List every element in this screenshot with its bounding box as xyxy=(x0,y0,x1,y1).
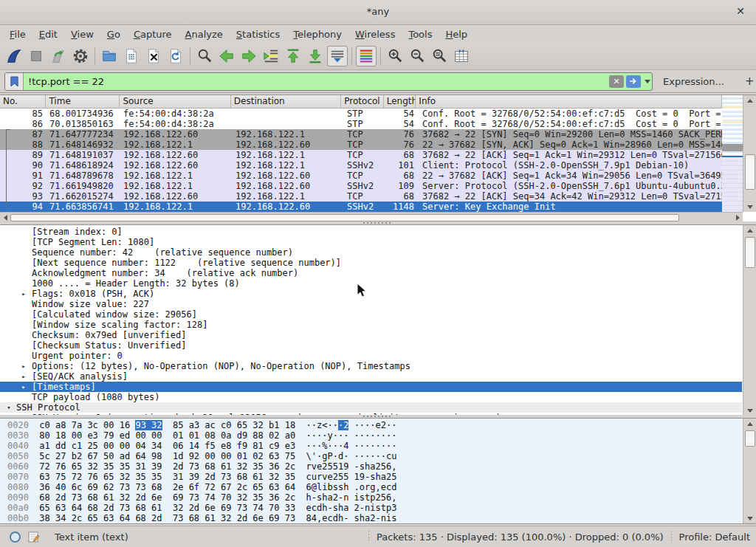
capture-stop-button[interactable] xyxy=(26,46,47,66)
go-last-packet-button[interactable] xyxy=(305,46,326,66)
zoom-reset-button[interactable] xyxy=(429,46,450,66)
packet-list-vscrollbar[interactable] xyxy=(743,95,756,212)
menu-file[interactable]: File xyxy=(3,27,32,42)
filter-clear-button[interactable]: ✕ xyxy=(609,75,624,88)
hex-row-0050[interactable]: 0050 5c 27 b2 67 50 ad 64 98 1d 92 00 00… xyxy=(0,451,756,461)
colorize-button[interactable] xyxy=(356,46,377,66)
expand-toggle-icon[interactable]: ▸ xyxy=(19,289,28,299)
zoom-out-button[interactable] xyxy=(407,46,427,66)
hex-row-0070[interactable]: 0070 63 75 72 76 65 32 35 35 31 39 2d 73… xyxy=(0,472,756,482)
expand-toggle-icon[interactable]: ▸ xyxy=(19,361,28,371)
scrollbar-thumb[interactable] xyxy=(745,237,755,268)
find-packet-button[interactable] xyxy=(194,46,215,66)
packet-row-92[interactable]: 9271.661949820192.168.122.1192.168.122.6… xyxy=(0,181,722,191)
zoom-in-button[interactable] xyxy=(385,46,405,66)
scroll-up-button[interactable] xyxy=(743,95,756,106)
hex-row-0090[interactable]: 0090 68 2d 73 68 61 32 2d 6e 69 73 74 70… xyxy=(0,492,756,503)
menu-analyze[interactable]: Analyze xyxy=(179,27,230,42)
packet-list-hscrollbar[interactable] xyxy=(0,212,743,222)
column-header-destination[interactable]: Destination xyxy=(231,95,341,108)
detail-line-1[interactable]: [TCP Segment Len: 1080] xyxy=(0,237,742,247)
detail-line-6[interactable]: ▸Flags: 0x018 (PSH, ACK) xyxy=(0,289,742,299)
detail-line-12[interactable]: Urgent pointer: 0 xyxy=(0,351,742,361)
detail-line-13[interactable]: ▸Options: (12 bytes), No-Operation (NOP)… xyxy=(0,361,742,371)
packet-row-86[interactable]: 8670.013850163fe:54:00:d4:38:2aSTP54Conf… xyxy=(0,119,722,129)
expand-toggle-icon[interactable]: ▾ xyxy=(4,402,13,413)
packet-row-88[interactable]: 8871.648146932192.168.122.1192.168.122.6… xyxy=(0,140,722,150)
menu-statistics[interactable]: Statistics xyxy=(230,27,286,42)
menu-tools[interactable]: Tools xyxy=(402,27,439,42)
go-first-packet-button[interactable] xyxy=(283,46,303,66)
go-back-button[interactable] xyxy=(216,46,237,66)
expression-button[interactable]: Expression... xyxy=(663,76,724,87)
packet-row-87[interactable]: 8771.647777234192.168.122.60192.168.122.… xyxy=(0,129,722,140)
scroll-up-button[interactable] xyxy=(743,419,756,429)
capture-comment-icon[interactable] xyxy=(27,531,40,543)
file-open-button[interactable] xyxy=(99,46,120,66)
detail-line-15[interactable]: ▸[Timestamps] xyxy=(0,382,742,392)
packet-row-85[interactable]: 8568.001734936fe:54:00:d4:38:2aSTP54Conf… xyxy=(0,109,722,119)
hex-row-0060[interactable]: 0060 72 76 65 32 35 35 31 39 2d 73 68 61… xyxy=(0,461,756,472)
menu-edit[interactable]: Edit xyxy=(32,27,64,42)
column-header-info[interactable]: Info xyxy=(416,95,722,108)
detail-line-4[interactable]: Acknowledgment number: 34 (relative ack … xyxy=(0,268,742,278)
detail-line-16[interactable]: TCP payload (1080 bytes) xyxy=(0,392,742,402)
menu-telephony[interactable]: Telephony xyxy=(286,27,348,42)
hex-row-0020[interactable]: 0020 c0 a8 7a 3c 00 16 93 32 85 a3 ac c0… xyxy=(0,420,756,430)
scroll-up-button[interactable] xyxy=(743,225,756,235)
column-header-source[interactable]: Source xyxy=(120,95,230,108)
detail-line-2[interactable]: Sequence number: 42 (relative sequence n… xyxy=(0,247,742,258)
file-save-button[interactable] xyxy=(121,46,142,66)
details-vscrollbar[interactable] xyxy=(743,225,756,416)
scrollbar-thumb[interactable] xyxy=(10,214,679,221)
hex-row-0080[interactable]: 0080 36 40 6c 69 62 73 73 68 2e 6f 72 67… xyxy=(0,482,756,492)
filter-apply-button[interactable] xyxy=(626,75,641,88)
capture-start-button[interactable] xyxy=(4,46,24,66)
column-header-length[interactable]: Length xyxy=(384,95,416,108)
menu-wireless[interactable]: Wireless xyxy=(348,27,402,42)
hex-row-0040[interactable]: 0040 a1 dd c1 25 00 00 04 34 06 14 f5 e8… xyxy=(0,441,756,451)
scrollbar-thumb[interactable] xyxy=(745,430,755,447)
packet-row-91[interactable]: 9171.648789678192.168.122.1192.168.122.6… xyxy=(0,171,722,181)
detail-line-11[interactable]: [Checksum Status: Unverified] xyxy=(0,340,742,351)
filter-bookmark-icon[interactable] xyxy=(5,73,24,90)
detail-line-5[interactable]: 1000 .... = Header Length: 32 bytes (8) xyxy=(0,278,742,289)
file-close-button[interactable] xyxy=(143,46,164,66)
detail-line-10[interactable]: Checksum: 0x79ed [unverified] xyxy=(0,330,742,340)
bytes-vscrollbar[interactable] xyxy=(743,419,756,523)
menu-help[interactable]: Help xyxy=(439,27,474,42)
expand-toggle-icon[interactable]: ▸ xyxy=(19,382,28,392)
detail-line-0[interactable]: [Stream index: 0] xyxy=(0,227,742,237)
profile-status[interactable]: Profile: Default xyxy=(679,531,750,543)
hex-row-0030[interactable]: 0030 80 18 00 e3 79 ed 00 00 01 01 08 0a… xyxy=(0,430,756,441)
display-filter-input[interactable]: !tcp.port == 22 ✕ xyxy=(4,72,653,91)
packet-list-header[interactable]: No.TimeSourceDestinationProtocolLengthIn… xyxy=(0,95,722,109)
expand-toggle-icon[interactable]: ▸ xyxy=(19,371,28,382)
file-reload-button[interactable] xyxy=(165,46,186,66)
auto-scroll-button[interactable] xyxy=(327,46,348,66)
capture-options-button[interactable] xyxy=(70,46,91,66)
column-header-time[interactable]: Time xyxy=(46,95,120,108)
capture-restart-button[interactable] xyxy=(48,46,69,66)
close-button[interactable]: ✕ xyxy=(734,5,747,17)
hex-row-00b0[interactable]: 00b0 38 34 2c 65 63 64 68 2d 73 68 61 32… xyxy=(0,513,756,523)
column-header-no[interactable]: No. xyxy=(0,95,46,108)
menu-go[interactable]: Go xyxy=(100,27,127,42)
scroll-down-button[interactable] xyxy=(743,405,756,416)
resize-columns-button[interactable] xyxy=(451,46,472,66)
packet-row-90[interactable]: 9071.648618924192.168.122.60192.168.122.… xyxy=(0,160,722,171)
detail-line-9[interactable]: [Window size scaling factor: 128] xyxy=(0,320,742,330)
detail-line-14[interactable]: ▸[SEQ/ACK analysis] xyxy=(0,371,742,382)
scrollbar-thumb[interactable] xyxy=(745,154,755,190)
filter-text[interactable]: !tcp.port == 22 xyxy=(24,76,609,87)
detail-line-7[interactable]: Window size value: 227 xyxy=(0,299,742,309)
menu-capture[interactable]: Capture xyxy=(127,27,179,42)
hex-row-00a0[interactable]: 00a0 65 63 64 68 2d 73 68 61 32 2d 6e 69… xyxy=(0,503,756,513)
detail-line-17[interactable]: ▾SSH Protocol xyxy=(0,402,742,413)
packet-row-89[interactable]: 8971.648191037192.168.122.60192.168.122.… xyxy=(0,150,722,160)
filter-add-button[interactable]: + xyxy=(745,75,755,88)
packet-row-93[interactable]: 9371.662015274192.168.122.60192.168.122.… xyxy=(0,191,722,202)
scroll-down-button[interactable] xyxy=(743,202,756,212)
filter-dropdown-button[interactable] xyxy=(643,75,652,88)
go-to-packet-button[interactable] xyxy=(261,46,281,66)
